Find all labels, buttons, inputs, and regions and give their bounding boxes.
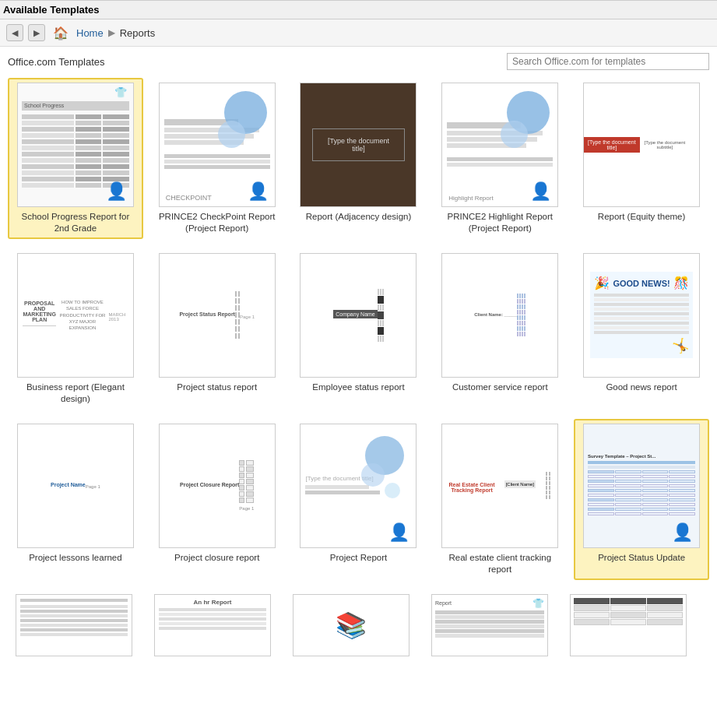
template-label-project-status-update: Project Status Update [598, 552, 685, 564]
partial-thumb-1 [16, 594, 132, 656]
template-label-adjacency: Report (Adjacency design) [306, 211, 412, 223]
template-school-progress[interactable]: School Progress 👕 [8, 78, 143, 239]
thumb-business-elegant: PROPOSAL ANDMARKETING PLAN HOW TO IMPROV… [17, 253, 134, 378]
template-project-status[interactable]: Project Status Report [149, 248, 285, 410]
template-real-estate[interactable]: Real Estate ClientTracking Report [Clien… [432, 419, 568, 580]
template-prince2-highlight[interactable]: 👤 Highlight Report PRINCE2 Highlight Rep… [432, 78, 568, 239]
partial-template-2[interactable]: An hr Report [146, 589, 279, 661]
partial-template-1[interactable] [8, 589, 140, 661]
template-label-equity: Report (Equity theme) [598, 211, 686, 223]
template-good-news[interactable]: 🎉 GOOD NEWS! 🎊 🤸 Good news repo [574, 248, 709, 410]
forward-button[interactable]: ▶ [28, 24, 45, 41]
section-title: Office.com Templates [8, 56, 105, 68]
thumb-project-lessons: Project Name Page 1 [17, 424, 134, 548]
thumb-employee-status: Company Name [300, 253, 416, 378]
template-label-employee-status: Employee status report [312, 382, 404, 393]
back-button[interactable]: ◀ [6, 24, 23, 41]
home-icon: 🏠 [53, 26, 69, 40]
thumb-adjacency: [Type the document title] [300, 83, 416, 207]
page-header: Available Templates [0, 0, 717, 19]
template-label-project-lessons: Project lessons learned [29, 552, 122, 564]
template-business-elegant[interactable]: PROPOSAL ANDMARKETING PLAN HOW TO IMPROV… [8, 248, 143, 410]
thumb-project-closure: Project Closure Report [159, 424, 276, 548]
thumb-school-progress: School Progress 👕 [17, 83, 134, 207]
thumb-project-status-update: Survey Template – Project St... [583, 424, 700, 548]
template-grid: School Progress 👕 [8, 78, 709, 580]
template-label-business-elegant: Business report (Elegant design) [13, 382, 138, 405]
partial-thumb-2: An hr Report [154, 594, 271, 656]
template-equity[interactable]: [Type the document title] [Type the docu… [574, 78, 709, 239]
template-label-project-status: Project status report [177, 382, 257, 393]
home-link[interactable]: Home [76, 27, 104, 39]
thumb-project-status: Project Status Report [159, 253, 276, 378]
search-input[interactable] [507, 53, 709, 70]
page-title: Available Templates [3, 4, 100, 16]
nav-bar: ◀ ▶ 🏠 Home ▶ Reports [0, 19, 717, 47]
adjacency-title-text: [Type the document title] [312, 128, 404, 161]
template-employee-status[interactable]: Company Name [291, 248, 427, 410]
person-icon-1: 👤 [106, 181, 127, 202]
template-label-good-news: Good news report [606, 382, 677, 393]
thumb-project-report: [Type the document title] 👤 [300, 424, 416, 548]
section-header: Office.com Templates [8, 53, 709, 70]
breadcrumb-current: Reports [120, 27, 156, 39]
template-label-customer-service: Customer service report [452, 382, 548, 393]
template-label-school-progress: School Progress Report for 2nd Grade [13, 211, 138, 234]
partial-template-3[interactable]: 📚 [285, 589, 417, 661]
template-adjacency[interactable]: [Type the document title] Report (Adjace… [291, 78, 427, 239]
partial-thumb-5 [570, 594, 687, 656]
template-project-lessons[interactable]: Project Name Page 1 Project lessons [8, 419, 143, 580]
template-project-status-update[interactable]: Survey Template – Project St... [574, 419, 709, 580]
template-label-prince2-highlight: PRINCE2 Highlight Report (Project Report… [438, 211, 562, 234]
equity-sub: [Type the document subtitle] [640, 139, 691, 151]
template-customer-service[interactable]: Client Name: _____ [432, 248, 568, 410]
thumb-equity: [Type the document title] [Type the docu… [583, 83, 700, 207]
templates-section: Office.com Templates School Progress 👕 [0, 47, 717, 667]
template-prince2-checkpoint[interactable]: 👤 CHECKPOINT PRINCE2 CheckPoint Report (… [149, 78, 285, 239]
template-label-prince2-checkpoint: PRINCE2 CheckPoint Report (Project Repor… [155, 211, 279, 234]
partial-templates-row: An hr Report 📚 Report 👕 [8, 589, 709, 661]
template-label-real-estate: Real estate client tracking report [438, 552, 562, 575]
breadcrumb-separator: ▶ [108, 27, 115, 38]
template-label-project-closure: Project closure report [174, 552, 259, 564]
equity-header: [Type the document title] [584, 137, 639, 153]
template-label-project-report: Project Report [330, 552, 388, 564]
template-project-report[interactable]: [Type the document title] 👤 Project Repo… [291, 419, 427, 580]
partial-thumb-4: Report 👕 [431, 594, 548, 656]
template-project-closure[interactable]: Project Closure Report [149, 419, 285, 580]
thumb-prince2-checkpoint: 👤 CHECKPOINT [159, 83, 276, 207]
partial-template-5[interactable] [562, 589, 694, 661]
thumb-customer-service: Client Name: _____ [441, 253, 558, 378]
thumb-prince2-highlight: 👤 Highlight Report [441, 83, 558, 207]
partial-template-4[interactable]: Report 👕 [424, 589, 556, 661]
thumb-good-news: 🎉 GOOD NEWS! 🎊 🤸 [583, 253, 700, 378]
partial-thumb-3: 📚 [293, 594, 409, 656]
thumb-real-estate: Real Estate ClientTracking Report [Clien… [441, 424, 558, 548]
